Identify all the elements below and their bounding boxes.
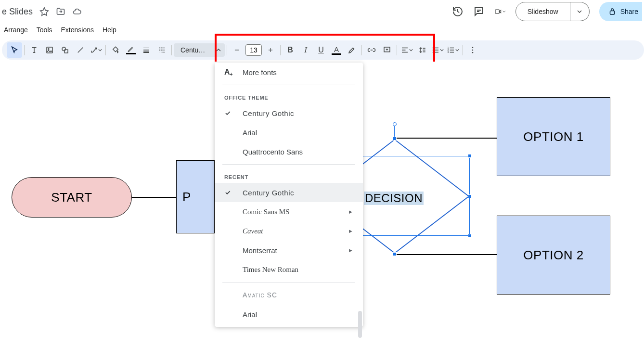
bulleted-list[interactable] bbox=[430, 42, 445, 58]
bold-button[interactable]: B bbox=[283, 42, 298, 58]
textbox-tool[interactable] bbox=[26, 42, 42, 58]
svg-point-4 bbox=[62, 47, 66, 51]
share-label: Share bbox=[620, 8, 638, 15]
select-tool[interactable] bbox=[7, 42, 22, 58]
font-option[interactable]: Caveat► bbox=[215, 221, 363, 241]
svg-point-3 bbox=[48, 49, 49, 50]
star-icon[interactable] bbox=[39, 7, 49, 16]
resize-handle[interactable] bbox=[468, 194, 472, 198]
svg-point-15 bbox=[472, 52, 474, 53]
font-option-label: Comic Sans MS bbox=[243, 208, 290, 216]
shape-start[interactable]: START bbox=[12, 177, 132, 218]
line-tool[interactable] bbox=[73, 42, 88, 58]
font-option-label: Arial bbox=[243, 128, 257, 137]
shape-process[interactable]: P bbox=[176, 160, 215, 233]
font-panel-scrollbar[interactable] bbox=[358, 311, 362, 338]
connector-tool[interactable] bbox=[88, 42, 103, 58]
shape-tool[interactable] bbox=[57, 42, 73, 58]
font-section-recent: RECENT bbox=[215, 167, 363, 183]
font-option[interactable]: Montserrat► bbox=[215, 241, 363, 260]
present-video-icon[interactable] bbox=[494, 6, 506, 17]
resize-handle[interactable] bbox=[468, 154, 472, 158]
font-option[interactable]: Amatic SC bbox=[215, 285, 363, 305]
check-icon bbox=[224, 189, 232, 196]
font-panel[interactable]: A+ More fonts OFFICE THEME Century Gothi… bbox=[215, 63, 363, 327]
font-option[interactable]: Century Gothic bbox=[215, 183, 363, 202]
font-option[interactable]: Comic Sans MS► bbox=[215, 202, 363, 221]
doc-title[interactable]: e Slides bbox=[2, 7, 33, 17]
fill-color[interactable] bbox=[108, 42, 123, 58]
border-weight[interactable] bbox=[139, 42, 154, 58]
more-fonts-row[interactable]: A+ More fonts bbox=[215, 63, 363, 82]
svg-point-7 bbox=[433, 47, 434, 48]
right-actions: Slideshow Share bbox=[452, 2, 644, 21]
svg-point-9 bbox=[433, 51, 434, 52]
shape-option2[interactable]: OPTION 2 bbox=[497, 216, 610, 295]
connector[interactable] bbox=[132, 197, 176, 198]
insert-link[interactable] bbox=[364, 42, 379, 58]
font-option-label: Century Gothic bbox=[243, 189, 294, 197]
font-option-label: Quattrocento Sans bbox=[243, 148, 303, 156]
font-option-label: Amatic SC bbox=[243, 291, 277, 299]
slideshow-dropdown[interactable] bbox=[570, 2, 590, 21]
svg-rect-1 bbox=[610, 11, 614, 15]
border-dash[interactable] bbox=[154, 42, 169, 58]
menu-bar: ArrangeToolsExtensionsHelp bbox=[0, 23, 644, 37]
font-option-label: Arial bbox=[243, 310, 257, 319]
numbered-list[interactable]: 123 bbox=[445, 42, 461, 58]
text-color-button[interactable]: A bbox=[329, 42, 344, 58]
shape-option1[interactable]: OPTION 1 bbox=[497, 97, 610, 176]
svg-point-14 bbox=[472, 50, 474, 51]
slideshow-button[interactable]: Slideshow bbox=[515, 2, 570, 21]
font-option-label: Times New Roman bbox=[243, 266, 298, 274]
font-option-label: Montserrat bbox=[243, 246, 277, 255]
font-section-office: OFFICE THEME bbox=[215, 88, 363, 103]
font-option[interactable]: Century Gothic bbox=[215, 103, 363, 123]
rotate-handle[interactable] bbox=[393, 122, 397, 126]
font-option-label: Century Gothic bbox=[243, 109, 294, 117]
resize-handle[interactable] bbox=[468, 234, 472, 238]
font-option-label: Caveat bbox=[243, 227, 263, 235]
svg-rect-0 bbox=[495, 10, 499, 13]
menu-help[interactable]: Help bbox=[99, 24, 120, 36]
connector[interactable] bbox=[394, 254, 497, 255]
line-spacing[interactable] bbox=[414, 42, 430, 58]
add-font-icon: A+ bbox=[224, 68, 232, 77]
decision-label[interactable]: DECISION bbox=[364, 192, 424, 205]
move-folder-icon[interactable] bbox=[56, 7, 65, 16]
insert-comment[interactable] bbox=[379, 42, 395, 58]
font-family-dropdown[interactable]: Centu… bbox=[174, 43, 225, 57]
title-area: e Slides bbox=[2, 7, 82, 17]
share-button[interactable]: Share bbox=[599, 2, 642, 21]
more-options[interactable] bbox=[465, 42, 480, 58]
resize-handle[interactable] bbox=[393, 252, 397, 256]
submenu-icon: ► bbox=[348, 247, 353, 253]
increase-fontsize[interactable] bbox=[263, 42, 278, 58]
comments-icon[interactable] bbox=[473, 6, 485, 17]
slideshow-button-group: Slideshow bbox=[515, 2, 590, 21]
more-fonts-label: More fonts bbox=[243, 68, 277, 77]
menu-extensions[interactable]: Extensions bbox=[57, 24, 98, 36]
cloud-status-icon[interactable] bbox=[72, 7, 82, 16]
italic-button[interactable]: I bbox=[298, 42, 313, 58]
image-tool[interactable] bbox=[42, 42, 57, 58]
font-option[interactable]: Quattrocento Sans bbox=[215, 142, 363, 161]
check-icon bbox=[224, 110, 232, 116]
font-size-input[interactable] bbox=[245, 44, 262, 56]
svg-text:3: 3 bbox=[448, 51, 449, 53]
svg-rect-2 bbox=[47, 47, 52, 53]
resize-handle[interactable] bbox=[393, 137, 397, 141]
font-family-label: Centu… bbox=[180, 46, 205, 54]
font-option[interactable]: Arial bbox=[215, 305, 363, 324]
menu-tools[interactable]: Tools bbox=[33, 24, 56, 36]
highlight-button[interactable] bbox=[344, 42, 360, 58]
underline-button[interactable]: U bbox=[313, 42, 329, 58]
border-color[interactable] bbox=[123, 42, 139, 58]
history-icon[interactable] bbox=[452, 6, 464, 17]
align-button[interactable] bbox=[399, 42, 414, 58]
font-option[interactable]: Times New Roman bbox=[215, 260, 363, 279]
menu-arrange[interactable]: Arrange bbox=[0, 24, 32, 36]
toolbar: Centu… B I U A bbox=[2, 40, 644, 60]
decrease-fontsize[interactable] bbox=[229, 42, 245, 58]
font-option[interactable]: Arial bbox=[215, 123, 363, 142]
